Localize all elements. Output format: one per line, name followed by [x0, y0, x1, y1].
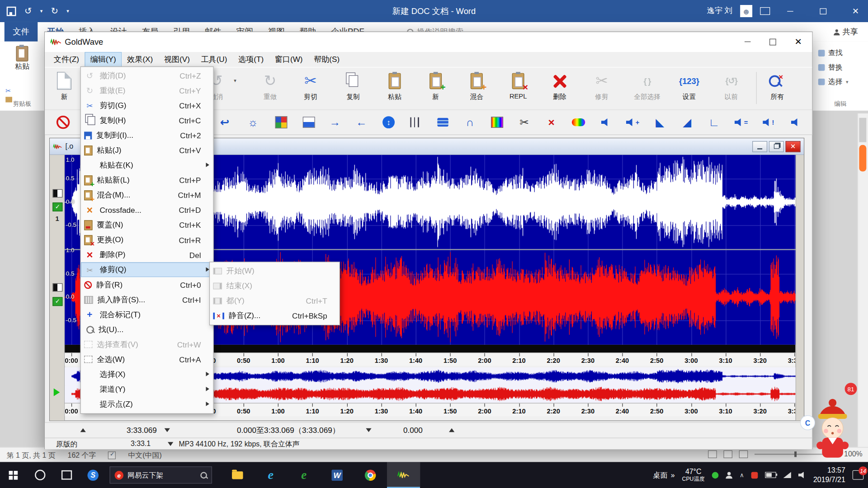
volume-icon[interactable] [798, 472, 806, 479]
cortana-button[interactable] [27, 462, 53, 488]
word-count[interactable]: 162 个字 [68, 450, 96, 460]
paste-button[interactable]: 粘贴 [9, 46, 36, 71]
people-tray-icon[interactable] [726, 472, 732, 479]
undo-caret-icon[interactable]: ▾ [40, 8, 43, 14]
menubar-item-工具(U)[interactable]: 工具(U) [195, 52, 233, 67]
spectrum-icon[interactable] [490, 115, 505, 130]
channel2-enable-checkbox[interactable]: ✓ [52, 297, 62, 306]
trim-submenu-item-静音(Z)...[interactable]: 静音(Z)...Ctrl+BkSp [210, 308, 340, 323]
select-button[interactable]: 选择▾ [818, 77, 849, 87]
speaker-plus-icon[interactable]: + [626, 115, 640, 130]
task-view-button[interactable] [53, 462, 80, 488]
speaker-exclaim-icon[interactable]: ! [761, 115, 776, 130]
goldwave-titlebar[interactable]: GoldWave ✕ [45, 32, 812, 52]
edit-menu-item-复制到(I)...[interactable]: 复制到(I)...Ctrl+2 [81, 128, 213, 143]
channel1-enable-checkbox[interactable]: ✓ [52, 202, 62, 211]
toolbar-view-all-button[interactable]: 所有 [756, 69, 798, 102]
word-maximize-button[interactable] [811, 0, 835, 22]
antivirus-tray-icon[interactable] [712, 472, 719, 479]
channel1-pan-control[interactable] [52, 189, 62, 197]
user-name[interactable]: 逸宇 刘 [707, 6, 732, 16]
toolbar-copy-button[interactable]: 复制 [332, 69, 374, 102]
edit-menu-item-静音(R)[interactable]: 静音(R)Ctrl+0 [81, 277, 213, 292]
sound-minimize-button[interactable] [752, 141, 767, 152]
toolbar-delete-button[interactable]: 删除 [538, 69, 580, 102]
sound-restore-button[interactable] [769, 141, 784, 152]
speaker-icon[interactable] [599, 115, 613, 130]
edit-menu-item-Crossfade...[interactable]: Crossfade...Ctrl+D [81, 202, 213, 217]
return-arrow-icon[interactable]: ↩ [217, 115, 232, 130]
sliders-icon[interactable] [409, 115, 423, 130]
edit-menu-item-粘贴在(K)[interactable]: 粘贴在(K) [81, 158, 213, 173]
up-down-icon[interactable]: ↕ [382, 115, 396, 130]
red-app-tray-icon[interactable] [751, 472, 758, 479]
toolbar-previous-button[interactable]: {↺}以前 [710, 69, 752, 102]
edit-menu-item-粘贴(J)[interactable]: 粘贴(J)Ctrl+V [81, 143, 213, 158]
print-layout-icon[interactable] [723, 450, 732, 458]
edit-menu-item-渠道(Y)[interactable]: 渠道(Y) [81, 382, 213, 397]
action-center-icon[interactable]: 14 [853, 470, 863, 480]
desktop-toolbar[interactable]: 桌面» [653, 470, 675, 480]
toolbar-set-button[interactable]: {123}设置 [668, 69, 710, 102]
arrow-left-icon[interactable]: ← [354, 115, 369, 130]
scrollbar-thumb[interactable] [859, 118, 866, 142]
edit-menu-item-提示点(Z)[interactable]: 提示点(Z) [81, 397, 213, 412]
avatar[interactable]: ☻ [740, 5, 752, 17]
edit-menu-item-全选(W)[interactable]: 全选(W)Ctrl+A [81, 352, 213, 367]
mechanize-icon[interactable]: ☼ [246, 115, 260, 130]
trim-submenu-item-开始(W)[interactable]: 开始(W) [210, 263, 340, 278]
edit-menu-item-剪切(G)[interactable]: 剪切(G)Ctrl+X [81, 98, 213, 113]
menubar-item-窗口(W)[interactable]: 窗口(W) [269, 52, 308, 67]
toolbar-trim-button[interactable]: ✂修剪 [580, 69, 623, 102]
edit-menu-item-粘贴新(L)[interactable]: 粘贴新(L)Ctrl+P [81, 173, 213, 188]
fade-in-icon[interactable]: ◣ [653, 115, 667, 130]
toolbar-select-all-button[interactable]: { }全部选择 [626, 69, 668, 102]
dropdown-caret-icon[interactable]: ▾ [234, 78, 236, 84]
edit-menu-item-选择(X)[interactable]: 选择(X) [81, 367, 213, 382]
rainbow-icon[interactable] [571, 115, 586, 130]
length-field[interactable]: 3:33.1 [117, 439, 164, 447]
goldwave-close-button[interactable]: ✕ [786, 32, 811, 52]
share-button[interactable]: 共享 [834, 27, 858, 37]
arrow-right-icon[interactable]: → [328, 115, 342, 130]
speaker-equal-icon[interactable]: = [734, 115, 749, 130]
fade-out-icon[interactable]: ◢ [680, 115, 694, 130]
word-minimize-button[interactable] [778, 0, 802, 22]
edit-menu-item-重做(E)[interactable]: 重做(E)Ctrl+Y [81, 83, 213, 98]
menubar-item-帮助(S)[interactable]: 帮助(S) [308, 52, 345, 67]
edit-menu-item-更换(O)[interactable]: 更换(O)Ctrl+R [81, 232, 213, 247]
toolbar-paste-new-button[interactable]: +新 [415, 69, 457, 102]
speaker-right-icon[interactable] [788, 115, 803, 130]
ribbon-options-icon[interactable] [760, 7, 770, 15]
chrome-button[interactable] [354, 462, 387, 488]
language-status[interactable]: 中文(中国) [128, 450, 161, 460]
spin-up-icon[interactable] [80, 428, 86, 432]
battery-icon[interactable] [765, 472, 776, 478]
edit-menu-item-混合(M)...[interactable]: 混合(M)...Ctrl+M [81, 188, 213, 202]
palette-icon[interactable] [274, 115, 288, 130]
toolbar-redo-button[interactable]: ↻重做 [249, 69, 291, 102]
corner-icon[interactable]: ∟ [707, 115, 722, 130]
layers-icon[interactable] [436, 115, 450, 130]
cpu-temp-widget[interactable]: 47°C CPU温度 [682, 467, 705, 483]
replace-button[interactable]: 替换 [818, 62, 843, 72]
toolbar-cut-button[interactable]: ✂剪切 [289, 69, 331, 102]
read-mode-icon[interactable] [708, 450, 717, 458]
find-button[interactable]: 查找 [818, 48, 843, 58]
start-button[interactable] [0, 462, 27, 488]
edit-menu-item-撤消(D)[interactable]: 撤消(D)Ctrl+Z [81, 68, 213, 83]
desktop-pet[interactable]: 81 C [798, 382, 863, 462]
goldwave-taskbar-button[interactable] [387, 462, 420, 488]
mute-icon[interactable] [56, 115, 71, 130]
hidden-icons-chevron[interactable]: ∧ [740, 471, 744, 479]
ie-button[interactable]: e [254, 462, 287, 488]
edit-menu-item-选择查看(V)[interactable]: 选择查看(V)Ctrl+W [81, 337, 213, 352]
browser-pinned-button[interactable]: S [80, 462, 106, 488]
undo-icon[interactable]: ↺ [24, 7, 32, 16]
equalizer-icon[interactable] [302, 115, 316, 130]
toolbar-replace-button[interactable]: ×REPL [497, 69, 539, 100]
proofing-icon[interactable] [108, 451, 116, 459]
menubar-item-选项(T)[interactable]: 选项(T) [233, 52, 269, 67]
balance-up-icon[interactable] [449, 428, 454, 432]
length-dropdown-icon[interactable] [168, 442, 173, 446]
